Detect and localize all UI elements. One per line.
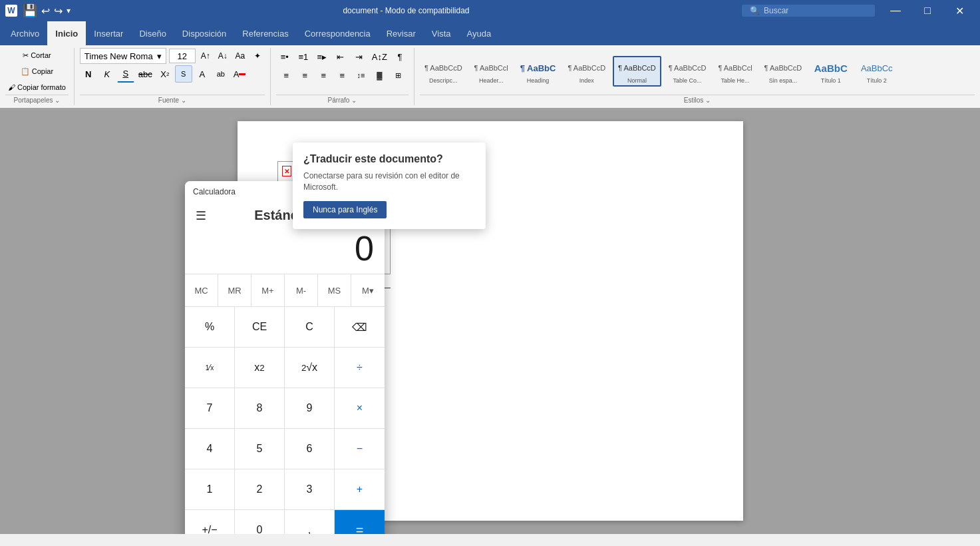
calc-mstore-button[interactable]: M▾	[351, 274, 385, 306]
sort-button[interactable]: A↕Z	[369, 48, 390, 65]
increase-indent-button[interactable]: ⇥	[351, 48, 368, 65]
align-left-button[interactable]: ≡	[277, 67, 295, 84]
text-effect-button[interactable]: A	[194, 65, 211, 83]
shading-button[interactable]: ▓	[371, 67, 388, 84]
redo-button[interactable]: ↪	[54, 5, 63, 17]
style-table-header[interactable]: ¶ AaBbCcl Table He...	[713, 57, 756, 86]
calc-mplus-button[interactable]: M+	[251, 274, 285, 306]
calc-ms-button[interactable]: MS	[318, 274, 351, 306]
copy-button[interactable]: 📋 Copiar	[5, 64, 69, 79]
styles-expand-icon[interactable]: ⌄	[705, 97, 711, 104]
calc-sqrt-button[interactable]: 2√x	[285, 348, 335, 388]
decrease-font-button[interactable]: A↓	[216, 49, 230, 63]
calc-5-button[interactable]: 5	[235, 429, 285, 469]
calc-4-button[interactable]: 4	[185, 429, 235, 469]
font-size-selector[interactable]: 12	[169, 49, 196, 63]
subscript-button[interactable]: X2	[156, 65, 174, 83]
calc-mr-button[interactable]: MR	[218, 274, 251, 306]
line-spacing-button[interactable]: ↕≡	[352, 67, 369, 84]
underline-button[interactable]: S	[117, 65, 134, 83]
tab-revisar[interactable]: Revisar	[379, 21, 424, 45]
tab-referencias[interactable]: Referencias	[234, 21, 296, 45]
font-expand-icon[interactable]: ⌄	[181, 97, 186, 104]
minimize-button[interactable]: —	[880, 0, 911, 21]
calc-multiply-button[interactable]: ×	[335, 388, 385, 428]
calc-reciprocal-button[interactable]: 1⁄x	[185, 348, 235, 388]
calc-1-button[interactable]: 1	[185, 469, 235, 509]
tab-disposicion[interactable]: Disposición	[174, 21, 234, 45]
style-descripcion[interactable]: ¶ AaBbCcD Descripc...	[420, 57, 467, 86]
calc-8-button[interactable]: 8	[235, 388, 285, 428]
calc-negate-button[interactable]: +/−	[185, 510, 235, 534]
calc-7-button[interactable]: 7	[185, 388, 235, 428]
calc-subtract-button[interactable]: −	[335, 429, 385, 469]
calc-mc-button[interactable]: MC	[185, 274, 218, 306]
calc-9-button[interactable]: 9	[285, 388, 335, 428]
tab-insertar[interactable]: Insertar	[86, 21, 131, 45]
calc-c-button[interactable]: C	[285, 307, 335, 347]
calc-square-button[interactable]: x2	[235, 348, 285, 388]
title-bar: W 💾 ↩ ↪ ▾ document - Modo de compatibili…	[0, 0, 980, 21]
calc-2-button[interactable]: 2	[235, 469, 285, 509]
calc-6-button[interactable]: 6	[285, 429, 335, 469]
calc-mminus-button[interactable]: M-	[285, 274, 318, 306]
style-no-space[interactable]: ¶ AaBbCcD Sin espa...	[760, 57, 807, 86]
align-center-button[interactable]: ≡	[296, 67, 313, 84]
justify-button[interactable]: ≡	[333, 67, 351, 84]
align-right-button[interactable]: ≡	[315, 67, 332, 84]
style-index[interactable]: ¶ AaBbCcD Index	[563, 57, 610, 86]
borders-button[interactable]: ⊞	[389, 67, 407, 84]
font-name-selector[interactable]: Times New Roma ▾	[80, 48, 166, 64]
tab-correspondencia[interactable]: Correspondencia	[297, 21, 379, 45]
font-color-button[interactable]: A	[231, 65, 248, 83]
superscript-button[interactable]: S	[175, 65, 192, 83]
calc-ce-button[interactable]: CE	[235, 307, 285, 347]
clear-format-button[interactable]: ✦	[250, 49, 265, 63]
tab-ayuda[interactable]: Ayuda	[458, 21, 499, 45]
show-marks-button[interactable]: ¶	[391, 48, 408, 65]
calc-add-button[interactable]: +	[335, 469, 385, 509]
multilevel-list-button[interactable]: ≡▸	[313, 48, 331, 65]
bullet-list-button[interactable]: ≡•	[276, 48, 293, 65]
cut-button[interactable]: ✂ Cortar	[5, 48, 69, 63]
calc-decimal-button[interactable]: ,	[285, 510, 335, 534]
highlight-button[interactable]: ab	[212, 65, 230, 83]
calc-0-button[interactable]: 0	[235, 510, 285, 534]
paragraph-expand-icon[interactable]: ⌄	[351, 97, 357, 104]
clipboard-group: ✂ Cortar 📋 Copiar 🖌 Copiar formato	[5, 48, 69, 95]
style-heading[interactable]: ¶ AaBbC Heading	[516, 57, 561, 86]
calc-menu-button[interactable]: ☰	[196, 208, 206, 223]
search-placeholder: Buscar	[764, 6, 788, 15]
increase-font-button[interactable]: A↑	[198, 49, 213, 63]
bold-button[interactable]: N	[80, 65, 97, 83]
tab-diseno[interactable]: Diseño	[131, 21, 174, 45]
search-box[interactable]: 🔍 Buscar	[742, 5, 875, 17]
strikethrough-button[interactable]: abc	[136, 65, 155, 83]
style-table-content[interactable]: ¶ AaBbCcD Table Co...	[664, 57, 711, 86]
clipboard-expand-icon[interactable]: ⌄	[55, 97, 60, 104]
calc-equals-button[interactable]: =	[335, 510, 385, 534]
numbered-list-button[interactable]: ≡1	[295, 48, 312, 65]
translate-never-button[interactable]: Nunca para Inglés	[303, 201, 387, 218]
save-button[interactable]: 💾	[23, 3, 37, 18]
style-header[interactable]: ¶ AaBbCcl Header...	[470, 57, 513, 86]
calc-percent-button[interactable]: %	[185, 307, 235, 347]
word-icon: W	[5, 5, 17, 17]
calc-backspace-button[interactable]: ⌫	[335, 307, 385, 347]
close-button[interactable]: ✕	[944, 0, 975, 21]
tab-vista[interactable]: Vista	[424, 21, 459, 45]
undo-button[interactable]: ↩	[41, 5, 50, 17]
format-painter-button[interactable]: 🖌 Copiar formato	[5, 80, 69, 95]
italic-button[interactable]: K	[98, 65, 116, 83]
calc-3-button[interactable]: 3	[285, 469, 335, 509]
calc-divide-button[interactable]: ÷	[335, 348, 385, 388]
decrease-indent-button[interactable]: ⇤	[332, 48, 349, 65]
maximize-button[interactable]: □	[912, 0, 943, 21]
tab-inicio[interactable]: Inicio	[47, 21, 86, 45]
style-normal[interactable]: ¶ AaBbCcD Normal	[613, 56, 661, 87]
tab-archivo[interactable]: Archivo	[3, 21, 47, 45]
calc-display: 0	[185, 226, 385, 274]
change-case-button[interactable]: Aa	[233, 49, 247, 63]
style-titulo2[interactable]: AaBbCc Título 2	[855, 57, 898, 86]
style-titulo1[interactable]: AaBbC Título 1	[809, 57, 852, 86]
